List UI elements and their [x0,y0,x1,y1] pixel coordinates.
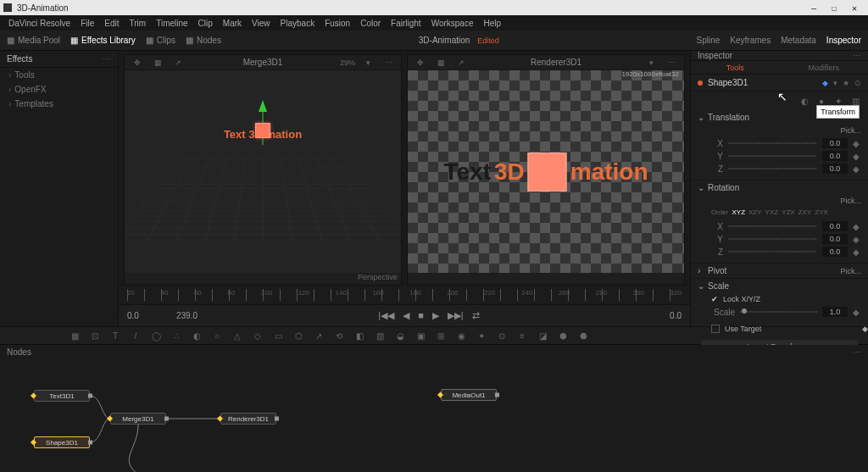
time-out[interactable]: 239.0 [176,311,219,320]
controls-icon[interactable]: ◐ [798,95,810,107]
diamond-icon[interactable]: ◆ [822,79,828,87]
viewer-menu-icon[interactable]: ⋯ [664,58,679,68]
tool-icon-18[interactable]: ⊞ [434,329,448,342]
play-icon[interactable]: ▶ [432,310,439,321]
translate-y-value[interactable]: 0.0 [822,151,848,161]
line-icon[interactable]: ↗ [453,58,469,68]
viewer-perspective[interactable]: Perspective [358,273,398,285]
menu-edit[interactable]: Edit [99,19,124,28]
tab-tools[interactable]: Tools [691,61,780,74]
minimize-button[interactable]: — [804,3,824,13]
step-back-icon[interactable]: ◀ [403,310,409,321]
panel-spline[interactable]: Spline [697,36,721,45]
menu-color[interactable]: Color [355,19,386,28]
tool-icon-12[interactable]: ↗ [312,329,326,342]
tool-icon-0[interactable]: ▦ [68,329,81,342]
menu-trim[interactable]: Trim [125,19,152,28]
node-merge3d1[interactable]: Merge3D1 [110,413,166,425]
tool-icon-17[interactable]: ▣ [414,329,427,342]
goto-start-icon[interactable]: |◀◀ [378,310,394,321]
shape-cube[interactable] [255,123,270,138]
group-pivot[interactable]: ›Pivot Pick... [691,264,868,278]
tab-media-pool[interactable]: ▦ Media Pool [7,36,60,45]
menu-file[interactable]: File [75,19,99,28]
chevron-down-icon[interactable]: ▾ [360,58,376,68]
tool-icon-8[interactable]: △ [231,329,244,342]
tool-icon-6[interactable]: ◐ [190,329,203,342]
group-scale[interactable]: ⌄Scale [691,279,868,293]
goto-end-icon[interactable]: ▶▶| [448,310,464,321]
menu-view[interactable]: View [247,19,275,28]
tool-icon-11[interactable]: ⬡ [292,329,305,342]
timeline-ruler[interactable]: 2040608010012014016018020022024026028030… [119,286,690,304]
translate-z-value[interactable]: 0.0 [822,164,848,174]
tool-icon-9[interactable]: ◇ [251,329,264,342]
panel-keyframes[interactable]: Keyframes [730,36,771,45]
tool-icon-25[interactable]: ⬣ [576,329,590,342]
menu-fusion[interactable]: Fusion [320,19,355,28]
time-in[interactable]: 0.0 [127,311,170,320]
zoom-level[interactable]: 29% [340,58,355,68]
menu-davinci-resolve[interactable]: DaVinci Resolve [3,19,75,28]
menu-fairlight[interactable]: Fairlight [386,19,426,28]
menu-workspace[interactable]: Workspace [426,19,479,28]
translate-x-value[interactable]: 0.0 [822,138,848,148]
rotate-z-slider[interactable] [728,251,817,253]
tool-icon-19[interactable]: ◉ [454,329,468,342]
tool-icon[interactable]: ▦ [150,58,165,68]
loop-icon[interactable]: ⇄ [472,310,480,321]
line-icon[interactable]: ↗ [170,58,186,68]
translate-x-slider[interactable] [728,142,817,144]
nodes-menu-icon[interactable]: ⋯ [853,347,861,357]
maximize-button[interactable]: ☐ [824,3,844,13]
pick-button[interactable]: Pick... [840,126,861,135]
stop-icon[interactable]: ■ [418,310,424,321]
node-text3d1[interactable]: Text3D1 [34,390,90,402]
viewer-left[interactable]: ✥ ▦ ↗ Merge3D1 29% ▾ ⋯ Text 3D mation Pe… [124,54,402,286]
tool-icon-5[interactable]: ∴ [170,329,183,342]
tool-icon-22[interactable]: ≡ [515,329,529,342]
node-mediaout1[interactable]: MediaOut1 [441,389,497,401]
chevron-down-icon[interactable]: ▾ [643,58,659,68]
move-icon[interactable]: ✥ [130,58,145,68]
menu-playback[interactable]: Playback [275,19,320,28]
chevron-down-icon[interactable]: ▾ [833,79,837,87]
lock-xyz-checkbox[interactable]: ✔ [711,295,718,303]
scale-slider[interactable] [740,311,817,313]
tool-icon-13[interactable]: ⟲ [332,329,346,342]
tool-icon-1[interactable]: ⊡ [88,329,102,342]
tool-icon[interactable]: ▦ [433,58,448,68]
lock-icon[interactable]: ⊙ [854,79,861,87]
rotate-y-slider[interactable] [728,238,817,240]
menu-clip[interactable]: Clip [193,19,218,28]
move-icon[interactable]: ✥ [413,58,428,68]
viewer-menu-icon[interactable]: ⋯ [381,58,396,68]
tool-icon-14[interactable]: ◧ [353,329,366,342]
translate-z-slider[interactable] [728,168,817,169]
tool-icon-10[interactable]: ▭ [271,329,285,342]
nodes-panel[interactable]: Nodes ⋯ Text3D1Shape3D1Merge3D1Renderer3… [0,345,868,472]
tab-nodes[interactable]: ▦ Nodes [186,36,221,45]
close-button[interactable]: ✕ [844,3,865,13]
tab-clips[interactable]: ▦ Clips [146,36,175,45]
group-rotation[interactable]: ⌄Rotation [691,180,868,195]
tool-icon-23[interactable]: ◪ [536,329,549,342]
pick-button[interactable]: Pick... [840,197,861,205]
node-enable-dot[interactable] [698,81,703,86]
time-current[interactable]: 0.0 [639,311,682,320]
effects-item-tools[interactable]: Tools [0,68,118,82]
rotate-x-slider[interactable] [728,225,817,227]
tab-effects-library[interactable]: ▦ Effects Library [70,36,136,45]
tool-icon-24[interactable]: ⬢ [556,329,570,342]
scale-value[interactable]: 1.0 [822,307,848,317]
tool-icon-20[interactable]: ✦ [475,329,488,342]
menu-help[interactable]: Help [478,19,506,28]
tool-icon-7[interactable]: ○ [210,329,224,342]
panel-metadata[interactable]: Metadata [781,36,816,45]
tool-icon-4[interactable]: ◯ [149,329,163,342]
node-renderer3d1[interactable]: Renderer3D1 [220,413,276,425]
effects-item-templates[interactable]: Templates [0,97,118,111]
order-xyz[interactable]: XYZ [732,208,745,216]
tool-icon-15[interactable]: ▥ [373,329,387,342]
tab-modifiers[interactable]: Modifiers [780,61,869,74]
